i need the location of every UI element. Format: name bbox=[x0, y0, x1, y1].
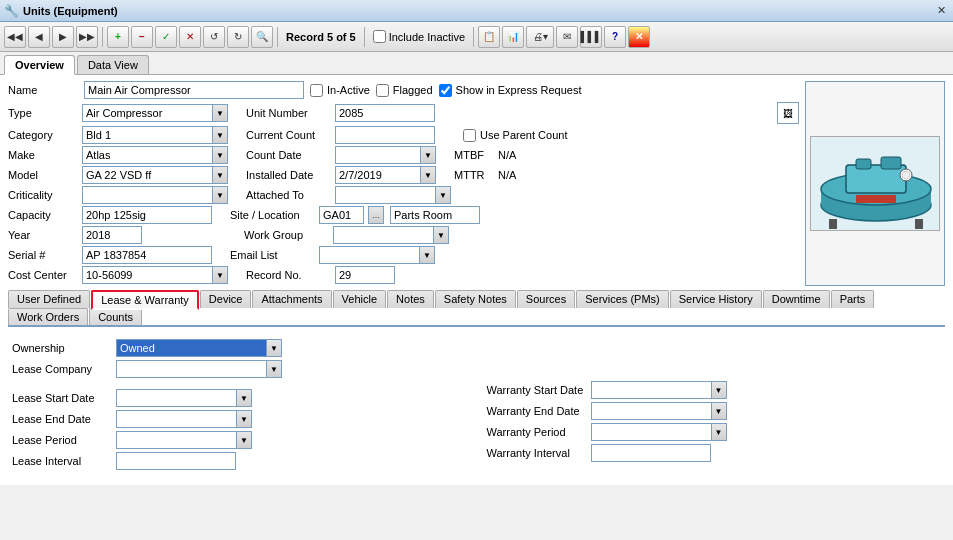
criticality-field[interactable] bbox=[82, 186, 212, 204]
email-list-field[interactable] bbox=[319, 246, 419, 264]
show-express-label[interactable]: Show in Express Request bbox=[439, 84, 582, 97]
record-indicator: Record 5 of 5 bbox=[286, 31, 356, 43]
email-button[interactable]: ✉ bbox=[556, 26, 578, 48]
warranty-period-field[interactable] bbox=[591, 423, 711, 441]
subtab-downtime[interactable]: Downtime bbox=[763, 290, 830, 308]
subtab-vehicle[interactable]: Vehicle bbox=[333, 290, 386, 308]
export-button[interactable]: 📊 bbox=[502, 26, 524, 48]
warranty-interval-field[interactable] bbox=[591, 444, 711, 462]
count-date-dropdown-btn[interactable]: ▼ bbox=[420, 146, 436, 164]
tab-overview[interactable]: Overview bbox=[4, 55, 75, 75]
undo-button[interactable]: ↺ bbox=[203, 26, 225, 48]
year-field[interactable] bbox=[82, 226, 142, 244]
subtab-device[interactable]: Device bbox=[200, 290, 252, 308]
subtab-userdefined[interactable]: User Defined bbox=[8, 290, 90, 308]
include-inactive-checkbox[interactable] bbox=[373, 30, 386, 43]
subtab-sources[interactable]: Sources bbox=[517, 290, 575, 308]
window-close-button[interactable]: ✕ bbox=[934, 4, 949, 17]
toolbar: ◀◀ ◀ ▶ ▶▶ + − ✓ ✕ ↺ ↻ 🔍 Record 5 of 5 In… bbox=[0, 22, 953, 52]
ownership-dropdown-btn[interactable]: ▼ bbox=[266, 339, 282, 357]
lease-interval-field[interactable] bbox=[116, 452, 236, 470]
category-field[interactable] bbox=[82, 126, 212, 144]
flagged-label[interactable]: Flagged bbox=[376, 84, 433, 97]
nav-next-button[interactable]: ▶ bbox=[52, 26, 74, 48]
subtab-leasewarranty[interactable]: Lease & Warranty bbox=[91, 290, 199, 310]
lease-start-date-btn[interactable]: ▼ bbox=[236, 389, 252, 407]
image-btn[interactable]: 🖼 bbox=[777, 102, 799, 124]
unit-number-field[interactable] bbox=[335, 104, 435, 122]
costcenter-recordno-row: Cost Center ▼ Record No. bbox=[8, 266, 799, 284]
name-field[interactable] bbox=[84, 81, 304, 99]
nav-first-button[interactable]: ◀◀ bbox=[4, 26, 26, 48]
search-button[interactable]: 🔍 bbox=[251, 26, 273, 48]
cancel-button[interactable]: ✕ bbox=[179, 26, 201, 48]
close-app-button[interactable]: ✕ bbox=[628, 26, 650, 48]
criticality-dropdown-btn[interactable]: ▼ bbox=[212, 186, 228, 204]
warranty-end-date-btn[interactable]: ▼ bbox=[711, 402, 727, 420]
save-button[interactable]: ✓ bbox=[155, 26, 177, 48]
count-date-field[interactable] bbox=[335, 146, 420, 164]
barcode-button[interactable]: ▌▌▌ bbox=[580, 26, 602, 48]
installed-date-field[interactable] bbox=[335, 166, 420, 184]
print-split-button[interactable]: 🖨▾ bbox=[526, 26, 554, 48]
ownership-field[interactable] bbox=[116, 339, 266, 357]
subtab-counts[interactable]: Counts bbox=[89, 308, 142, 325]
make-field[interactable] bbox=[82, 146, 212, 164]
subtab-servicehistory[interactable]: Service History bbox=[670, 290, 762, 308]
attached-to-dropdown-btn[interactable]: ▼ bbox=[435, 186, 451, 204]
cost-center-dropdown-btn[interactable]: ▼ bbox=[212, 266, 228, 284]
help-button[interactable]: ? bbox=[604, 26, 626, 48]
lease-end-date-btn[interactable]: ▼ bbox=[236, 410, 252, 428]
warranty-period-btn[interactable]: ▼ bbox=[711, 423, 727, 441]
flagged-checkbox[interactable] bbox=[376, 84, 389, 97]
subtab-servicespms[interactable]: Services (PMs) bbox=[576, 290, 669, 308]
site-field[interactable] bbox=[319, 206, 364, 224]
show-express-checkbox[interactable] bbox=[439, 84, 452, 97]
lease-period-btn[interactable]: ▼ bbox=[236, 431, 252, 449]
add-button[interactable]: + bbox=[107, 26, 129, 48]
use-parent-count-label[interactable]: Use Parent Count bbox=[463, 129, 567, 142]
make-dropdown-btn[interactable]: ▼ bbox=[212, 146, 228, 164]
type-field[interactable] bbox=[82, 104, 212, 122]
redo-button[interactable]: ↻ bbox=[227, 26, 249, 48]
warranty-start-date-field[interactable] bbox=[591, 381, 711, 399]
tab-dataview[interactable]: Data View bbox=[77, 55, 149, 74]
lease-start-date-field[interactable] bbox=[116, 389, 236, 407]
record-no-field[interactable] bbox=[335, 266, 395, 284]
site-location-label: Site / Location bbox=[230, 209, 315, 221]
capacity-field[interactable] bbox=[82, 206, 212, 224]
category-dropdown-btn[interactable]: ▼ bbox=[212, 126, 228, 144]
subtab-notes[interactable]: Notes bbox=[387, 290, 434, 308]
cost-center-field[interactable] bbox=[82, 266, 212, 284]
work-group-dropdown-btn[interactable]: ▼ bbox=[433, 226, 449, 244]
installed-date-dropdown-btn[interactable]: ▼ bbox=[420, 166, 436, 184]
lease-company-dropdown-btn[interactable]: ▼ bbox=[266, 360, 282, 378]
warranty-end-date-field[interactable] bbox=[591, 402, 711, 420]
subtab-safetynotes[interactable]: Safety Notes bbox=[435, 290, 516, 308]
delete-button[interactable]: − bbox=[131, 26, 153, 48]
nav-last-button[interactable]: ▶▶ bbox=[76, 26, 98, 48]
warranty-start-date-btn[interactable]: ▼ bbox=[711, 381, 727, 399]
attached-to-field[interactable] bbox=[335, 186, 435, 204]
inactive-checkbox[interactable] bbox=[310, 84, 323, 97]
import-button[interactable]: 📋 bbox=[478, 26, 500, 48]
type-dropdown-btn[interactable]: ▼ bbox=[212, 104, 228, 122]
site-browse-btn[interactable]: … bbox=[368, 206, 384, 224]
email-list-dropdown-btn[interactable]: ▼ bbox=[419, 246, 435, 264]
model-dropdown-btn[interactable]: ▼ bbox=[212, 166, 228, 184]
work-group-field[interactable] bbox=[333, 226, 433, 244]
location-field[interactable] bbox=[390, 206, 480, 224]
subtab-workorders[interactable]: Work Orders bbox=[8, 308, 88, 325]
inactive-label[interactable]: In-Active bbox=[310, 84, 370, 97]
subtab-parts[interactable]: Parts bbox=[831, 290, 875, 308]
lease-company-field[interactable] bbox=[116, 360, 266, 378]
lease-end-date-field[interactable] bbox=[116, 410, 236, 428]
include-inactive-label[interactable]: Include Inactive bbox=[373, 30, 465, 43]
current-count-field[interactable] bbox=[335, 126, 435, 144]
model-field[interactable] bbox=[82, 166, 212, 184]
lease-period-field[interactable] bbox=[116, 431, 236, 449]
use-parent-count-checkbox[interactable] bbox=[463, 129, 476, 142]
subtab-attachments[interactable]: Attachments bbox=[252, 290, 331, 308]
nav-prev-button[interactable]: ◀ bbox=[28, 26, 50, 48]
serial-field[interactable] bbox=[82, 246, 212, 264]
